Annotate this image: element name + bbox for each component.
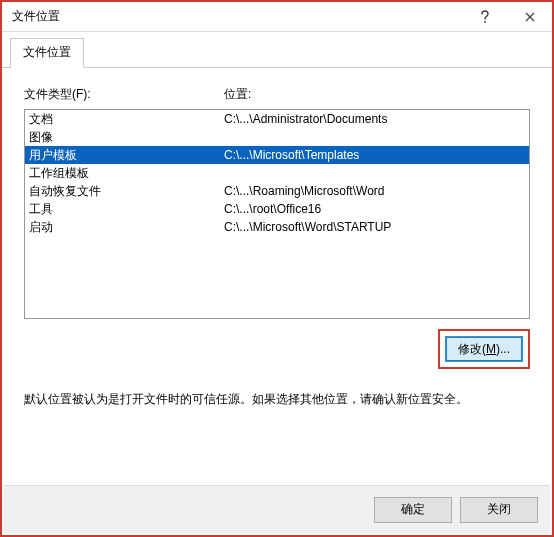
- close-window-button[interactable]: [507, 2, 552, 32]
- list-row[interactable]: 启动C:\...\Microsoft\Word\STARTUP: [25, 218, 529, 236]
- close-button[interactable]: 关闭: [460, 497, 538, 523]
- header-location: 位置:: [224, 87, 251, 101]
- row-type: 工作组模板: [29, 165, 224, 181]
- row-location: C:\...\root\Office16: [224, 201, 525, 217]
- row-location: [224, 165, 525, 181]
- window-title: 文件位置: [12, 8, 462, 25]
- modify-highlight: 修改(M)...: [438, 329, 530, 369]
- list-row[interactable]: 工具C:\...\root\Office16: [25, 200, 529, 218]
- file-locations-list[interactable]: 文档C:\...\Administrator\Documents图像用户模板C:…: [24, 109, 530, 319]
- row-type: 用户模板: [29, 147, 224, 163]
- svg-point-0: [484, 21, 486, 23]
- dialog-footer: 确定 关闭: [4, 485, 550, 533]
- row-location: [224, 129, 525, 145]
- modify-button-area: 修改(M)...: [24, 329, 530, 369]
- row-type: 文档: [29, 111, 224, 127]
- tab-label: 文件位置: [23, 45, 71, 59]
- header-file-type: 文件类型(F):: [24, 87, 91, 101]
- row-location: C:\...\Administrator\Documents: [224, 111, 525, 127]
- list-row[interactable]: 工作组模板: [25, 164, 529, 182]
- row-type: 图像: [29, 129, 224, 145]
- close-icon: [525, 12, 535, 22]
- help-icon: [480, 10, 490, 24]
- row-location: C:\...\Roaming\Microsoft\Word: [224, 183, 525, 199]
- row-location: C:\...\Microsoft\Templates: [224, 147, 525, 163]
- list-headers: 文件类型(F): 位置:: [24, 86, 530, 103]
- content-area: 文件类型(F): 位置: 文档C:\...\Administrator\Docu…: [2, 68, 552, 419]
- titlebar: 文件位置: [2, 2, 552, 32]
- note-text: 默认位置被认为是打开文件时的可信任源。如果选择其他位置，请确认新位置安全。: [24, 389, 494, 409]
- help-button[interactable]: [462, 2, 507, 32]
- list-row[interactable]: 文档C:\...\Administrator\Documents: [25, 110, 529, 128]
- tab-file-locations[interactable]: 文件位置: [10, 38, 84, 68]
- ok-button[interactable]: 确定: [374, 497, 452, 523]
- tabstrip: 文件位置: [2, 32, 552, 68]
- list-row[interactable]: 图像: [25, 128, 529, 146]
- row-type: 启动: [29, 219, 224, 235]
- list-row[interactable]: 自动恢复文件C:\...\Roaming\Microsoft\Word: [25, 182, 529, 200]
- row-type: 自动恢复文件: [29, 183, 224, 199]
- row-location: C:\...\Microsoft\Word\STARTUP: [224, 219, 525, 235]
- list-row[interactable]: 用户模板C:\...\Microsoft\Templates: [25, 146, 529, 164]
- modify-button[interactable]: 修改(M)...: [445, 336, 523, 362]
- row-type: 工具: [29, 201, 224, 217]
